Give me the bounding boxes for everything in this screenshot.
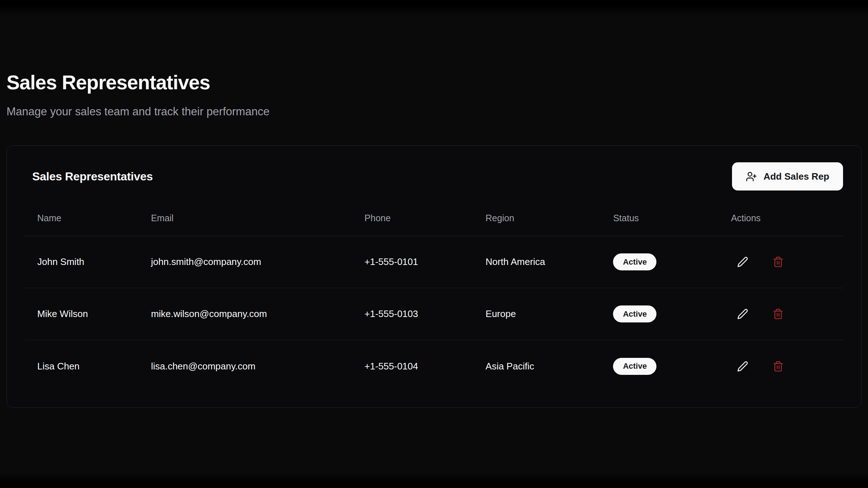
rep-email: mike.wilson@company.com (139, 288, 352, 340)
column-header-region: Region (473, 209, 601, 236)
rep-phone: +1-555-0101 (352, 236, 473, 288)
column-header-phone: Phone (352, 209, 473, 236)
column-header-name: Name (25, 209, 139, 236)
sales-reps-card: Sales Representatives Add Sales Rep (7, 145, 861, 408)
rep-email: john.smith@company.com (139, 236, 352, 288)
table-row: John Smith john.smith@company.com +1-555… (25, 236, 843, 288)
delete-button[interactable] (766, 303, 790, 326)
pencil-icon (737, 256, 748, 267)
pencil-icon (737, 361, 748, 372)
rep-region: North America (473, 236, 601, 288)
page-title: Sales Representatives (7, 70, 861, 94)
status-badge: Active (613, 358, 656, 375)
page-subtitle: Manage your sales team and track their p… (7, 104, 861, 119)
rep-region: Asia Pacific (473, 340, 601, 392)
rep-name: Mike Wilson (25, 288, 139, 340)
user-plus-icon (746, 171, 757, 182)
edit-button[interactable] (731, 303, 754, 326)
trash-icon (773, 308, 784, 320)
sales-reps-table: Name Email Phone Region Status Actions J… (25, 209, 843, 392)
trash-icon (773, 361, 784, 372)
table-row: Lisa Chen lisa.chen@company.com +1-555-0… (25, 340, 843, 392)
trash-icon (773, 256, 784, 267)
rep-name: Lisa Chen (25, 340, 139, 392)
column-header-email: Email (139, 209, 352, 236)
table-body: John Smith john.smith@company.com +1-555… (25, 236, 843, 392)
delete-button[interactable] (766, 355, 790, 378)
status-badge: Active (613, 253, 656, 270)
status-badge: Active (613, 305, 656, 322)
column-header-actions: Actions (719, 209, 843, 236)
page: Sales Representatives Manage your sales … (0, 0, 868, 408)
card-title: Sales Representatives (32, 170, 153, 183)
add-sales-rep-button[interactable]: Add Sales Rep (732, 162, 843, 191)
add-sales-rep-label: Add Sales Rep (763, 171, 829, 182)
edit-button[interactable] (731, 355, 754, 378)
column-header-status: Status (601, 209, 719, 236)
rep-email: lisa.chen@company.com (139, 340, 352, 392)
rep-region: Europe (473, 288, 601, 340)
rep-phone: +1-555-0104 (352, 340, 473, 392)
edit-button[interactable] (731, 251, 754, 274)
delete-button[interactable] (766, 251, 790, 274)
rep-phone: +1-555-0103 (352, 288, 473, 340)
card-header: Sales Representatives Add Sales Rep (25, 162, 843, 191)
rep-name: John Smith (25, 236, 139, 288)
pencil-icon (737, 308, 748, 320)
table-row: Mike Wilson mike.wilson@company.com +1-5… (25, 288, 843, 340)
table-header-row: Name Email Phone Region Status Actions (25, 209, 843, 236)
